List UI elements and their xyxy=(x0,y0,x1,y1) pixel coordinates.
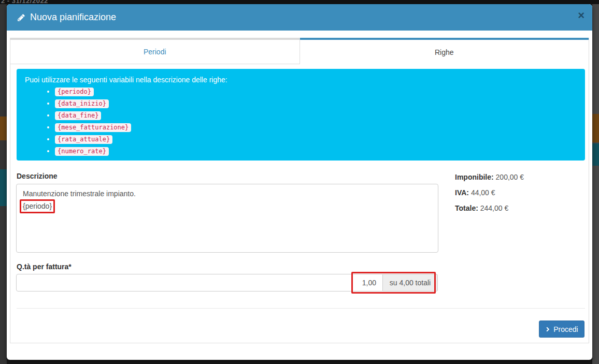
new-planning-modal: Nuova pianificazione × Periodi Righe Puo… xyxy=(7,4,592,360)
backdrop-left-strip xyxy=(0,4,7,364)
description-label: Descrizione xyxy=(17,172,58,180)
variable-chip: {data_fine} xyxy=(55,111,101,120)
description-textarea[interactable]: Manutenzione trimestrale impianto. {peri… xyxy=(16,184,438,253)
backdrop-fragment xyxy=(0,117,7,140)
total-label: Imponibile xyxy=(455,173,496,181)
backdrop-right-strip xyxy=(592,4,599,364)
chevron-right-icon xyxy=(545,326,550,332)
tab-bar: Periodi Righe xyxy=(10,38,589,64)
description-line: {periodo} xyxy=(23,199,432,213)
list-item: {mese_fatturazione} xyxy=(55,123,577,132)
backdrop-top-strip: 2 - 31/12/2022 xyxy=(0,0,599,4)
proceed-button[interactable]: Procedi xyxy=(539,321,584,338)
description-line: Manutenzione trimestrale impianto. xyxy=(23,188,432,199)
total-value: 244,00 € xyxy=(480,204,509,212)
totals-summary: Imponibile200,00 € IVA44,00 € Totale244,… xyxy=(455,172,524,219)
tab-panel: Periodi Righe Puoi utilizzare le seguent… xyxy=(10,38,589,343)
backdrop-date-fragment: 2 - 31/12/2022 xyxy=(1,0,48,4)
backdrop-fragment xyxy=(592,143,599,166)
variable-chip: {numero_rate} xyxy=(55,147,109,156)
backdrop-fragment xyxy=(0,169,7,206)
modal-title: Nuova pianificazione xyxy=(17,12,116,23)
tab-righe[interactable]: Righe xyxy=(300,38,589,64)
total-label: Totale xyxy=(455,204,480,212)
total-row-iva: IVA44,00 € xyxy=(455,188,524,198)
close-icon[interactable]: × xyxy=(578,10,584,21)
backdrop-fragment xyxy=(592,114,599,142)
list-item: {data_inizio} xyxy=(55,99,577,108)
list-item: {rata_attuale} xyxy=(55,135,577,144)
total-value: 200,00 € xyxy=(496,173,524,181)
tab-periodi[interactable]: Periodi xyxy=(10,38,300,64)
total-row-imponibile: Imponibile200,00 € xyxy=(455,172,524,182)
variable-chip: {periodo} xyxy=(55,88,94,96)
total-value: 44,00 € xyxy=(471,188,495,197)
variable-chip: {rata_attuale} xyxy=(55,135,112,144)
description-variable-token: {periodo} xyxy=(23,202,52,210)
quantity-label: Q.tà per fattura* xyxy=(17,263,72,271)
variable-chip: {data_inizio} xyxy=(55,99,109,108)
list-item: {data_fine} xyxy=(55,111,577,120)
proceed-button-label: Procedi xyxy=(553,325,578,333)
quantity-input[interactable] xyxy=(16,274,383,292)
tab-periodi-label: Periodi xyxy=(144,48,166,56)
footer-divider xyxy=(17,308,585,309)
variables-info-box: Puoi utilizzare le seguenti variabili ne… xyxy=(17,69,585,161)
variable-chip: {mese_fatturazione} xyxy=(55,123,131,132)
modal-title-text: Nuova pianificazione xyxy=(30,12,116,23)
tab-righe-label: Righe xyxy=(435,48,454,56)
total-label: IVA xyxy=(455,188,471,197)
list-item: {periodo} xyxy=(55,87,577,96)
quantity-addon: su 4,00 totali xyxy=(383,274,438,292)
list-item: {numero_rate} xyxy=(55,147,577,156)
highlight-annotation-periodo: {periodo} xyxy=(20,199,55,213)
info-box-intro: Puoi utilizzare le seguenti variabili ne… xyxy=(25,76,577,84)
variables-list: {periodo} {data_inizio} {data_fine} {mes… xyxy=(25,87,577,156)
pencil-icon xyxy=(17,13,25,22)
quantity-input-group: su 4,00 totali xyxy=(16,274,438,292)
modal-header: Nuova pianificazione × xyxy=(7,4,592,31)
total-row-totale: Totale244,00 € xyxy=(455,203,524,213)
